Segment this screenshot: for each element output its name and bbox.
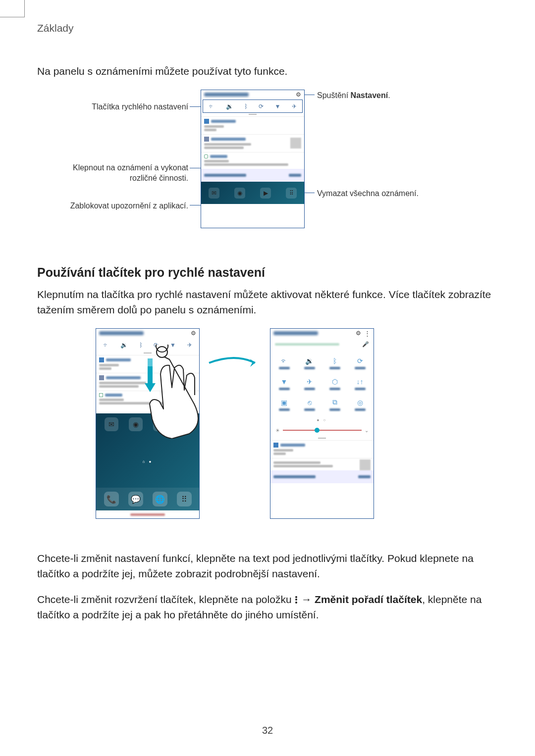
sound-icon[interactable]: 🔉 [226, 103, 233, 110]
gear-icon[interactable]: ⚙ [296, 91, 301, 98]
clear-link[interactable] [358, 475, 371, 478]
paragraph-change-settings: Chcete-li změnit nastavení funkcí, klepn… [37, 551, 498, 581]
drawer-app-icon[interactable]: ⠿ [177, 492, 192, 506]
sound-icon: 🔉 [305, 357, 314, 365]
notification-item-3[interactable] [201, 152, 304, 169]
more-options-icon[interactable]: ⋮ [364, 330, 371, 337]
status-bar: ⚙ ⋮ [270, 329, 374, 338]
app-icon [99, 393, 103, 397]
figure-swipe-expand: ⚙ ᯤ 🔉 ᛒ ⟳ ▼ ✈ [37, 328, 498, 536]
quick-toggle-bluelight[interactable]: ▣ [271, 394, 297, 415]
quick-toggle-data[interactable]: ↓↑ [347, 373, 373, 394]
p4-bold: Změnit pořadí tlačítek [315, 594, 422, 605]
wifi-icon[interactable]: ᯤ [209, 103, 214, 110]
thumbnail [290, 138, 301, 149]
page-number: 32 [262, 725, 273, 736]
sound-icon[interactable]: 🔉 [120, 342, 128, 349]
hand-gesture-icon [140, 345, 207, 439]
status-bar: ⚙ [96, 329, 199, 338]
notification-item-2[interactable] [201, 134, 304, 152]
status-bar: ⚙ [201, 90, 304, 99]
bluetooth-icon: ᛒ [333, 357, 337, 365]
phone-screen-notification: ⚙ ᯤ 🔉 ᛒ ⟳ ▼ ✈ [201, 90, 305, 228]
callout-launch-settings: Spuštění Nastavení. [317, 91, 390, 101]
paragraph-reorder-buttons: Chcete-li změnit rozvržení tlačítek, kle… [37, 592, 498, 622]
search-bar[interactable]: 🎤 [273, 339, 371, 349]
page-indicator: ⌂ ● [96, 459, 199, 464]
app-icon [99, 375, 104, 380]
quick-toggle-power[interactable]: ⎋ [297, 394, 322, 415]
quick-toggle-location[interactable]: ◎ [347, 394, 373, 415]
quick-toggle-sound[interactable]: 🔉 [297, 353, 322, 373]
airplane-icon[interactable]: ✈ [292, 103, 297, 110]
brightness-slider[interactable]: ☀ ⌄ [270, 423, 374, 437]
location-icon: ◎ [357, 399, 363, 406]
notification-footer [270, 470, 374, 483]
app-icon [273, 443, 278, 448]
phone-screen-collapsed: ⚙ ᯤ 🔉 ᛒ ⟳ ▼ ✈ [96, 328, 200, 519]
apps-app-icon[interactable]: ⠿ [286, 188, 297, 199]
quick-toggle-flashlight[interactable]: ▼ [271, 373, 297, 394]
callout-settings-post: . [388, 91, 390, 100]
data-icon: ↓↑ [357, 378, 364, 386]
callout-clear-all: Vymazat všechna oznámení. [317, 189, 419, 199]
app-icon [204, 137, 209, 142]
power-icon: ⎋ [308, 399, 312, 406]
transition-arrow-icon [208, 355, 263, 370]
paragraph-quick-buttons: Klepnutím na tlačítka pro rychlé nastave… [37, 287, 498, 317]
section-heading: Základy [37, 22, 498, 34]
gear-icon[interactable]: ⚙ [191, 330, 196, 337]
flashlight-icon[interactable]: ▼ [275, 103, 281, 110]
wifi-icon[interactable]: ᯤ [103, 342, 109, 349]
subsection-heading: Používání tlačítek pro rychlé nastavení [37, 265, 498, 280]
pager-dots: ● ○ [270, 417, 374, 423]
intro-paragraph: Na panelu s oznámeními můžete používat t… [37, 64, 498, 79]
quick-toggle-airplane[interactable]: ✈ [297, 373, 322, 394]
bluetooth-icon[interactable]: ᛒ [244, 103, 248, 110]
rotate-icon[interactable]: ⟳ [259, 103, 264, 110]
flashlight-icon: ▼ [281, 378, 288, 386]
quick-toggle-wifi[interactable]: ᯤ [271, 353, 297, 373]
quick-toggle-rotate[interactable]: ⟳ [347, 353, 373, 373]
quick-settings-grid: ᯤ 🔉 ᛒ ⟳ ▼ ✈ ⬡ ↓↑ ▣ ⎋ ⧉ ◎ [270, 351, 374, 417]
rotate-icon: ⟳ [357, 357, 363, 365]
app-icon [204, 154, 208, 158]
callout-quick-settings: Tlačítka rychlého nastavení [57, 102, 188, 112]
phone-screen-expanded: ⚙ ⋮ 🎤 ᯤ 🔉 ᛒ ⟳ ▼ ✈ ⬡ ↓↑ ▣ ⎋ ⧉ ◎ ● ○ ☀ [270, 328, 374, 519]
notification-footer [201, 169, 304, 182]
callout-settings-pre: Spuštění [317, 91, 351, 100]
phone-app-icon[interactable]: 📞 [104, 492, 119, 506]
callout-block-notifications: Zablokovat upozornění z aplikací. [57, 201, 188, 211]
browser-app-icon[interactable]: 🌐 [153, 492, 167, 506]
figure-notification-panel: Tlačítka rychlého nastavení Klepnout na … [57, 90, 478, 243]
notification-item-1[interactable] [201, 116, 304, 134]
mail-app-icon[interactable]: ✉ [209, 188, 219, 199]
gear-icon[interactable]: ⚙ [356, 330, 361, 337]
mail-app-icon[interactable]: ✉ [105, 417, 118, 431]
bluelight-icon: ▣ [281, 399, 287, 406]
notification-item[interactable] [270, 458, 374, 470]
quick-toggle-hotspot[interactable]: ⬡ [322, 373, 347, 394]
quick-settings-bar[interactable]: ᯤ 🔉 ᛒ ⟳ ▼ ✈ [203, 100, 303, 113]
airplane-icon: ✈ [307, 378, 313, 386]
brightness-icon: ☀ [275, 428, 280, 433]
clear-link[interactable] [289, 174, 301, 177]
bottom-strip [96, 510, 199, 518]
mic-icon[interactable]: 🎤 [362, 341, 369, 348]
messages-app-icon[interactable]: 💬 [128, 492, 143, 506]
dock: 📞 💬 🌐 ⠿ [96, 488, 199, 510]
camera-app-icon[interactable]: ◉ [234, 188, 245, 199]
page-content: Základy Na panelu s oznámeními můžete po… [0, 0, 535, 756]
p4-pre: Chcete-li změnit rozvržení tlačítek, kle… [37, 594, 294, 605]
chevron-down-icon[interactable]: ⌄ [365, 428, 369, 433]
perf-icon: ⧉ [332, 398, 337, 406]
quick-toggle-bluetooth[interactable]: ᛒ [322, 353, 347, 373]
block-link[interactable] [204, 174, 246, 177]
thumbnail [360, 459, 371, 470]
play-app-icon[interactable]: ▶ [260, 188, 271, 199]
callout-settings-bold: Nastavení [351, 91, 388, 100]
notification-item[interactable] [270, 440, 374, 458]
app-icon [204, 119, 209, 124]
block-link[interactable] [273, 475, 316, 478]
quick-toggle-performance[interactable]: ⧉ [322, 394, 347, 415]
